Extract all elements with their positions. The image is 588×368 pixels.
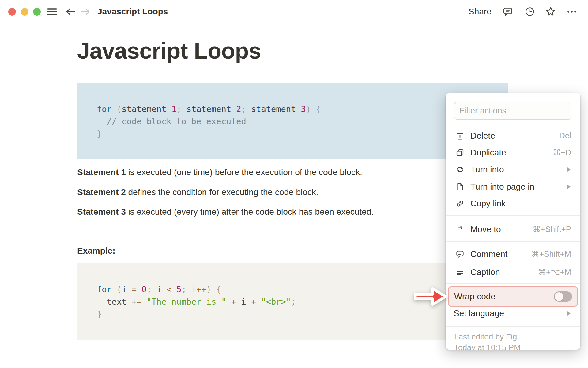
code-block-syntax: for (statement 1; statement 2; statement… <box>77 83 508 159</box>
forward-arrow-icon[interactable] <box>80 6 91 17</box>
code-line: for (i = 0; i < 5; i++) { <box>97 283 496 296</box>
paragraph-text: defines the condition for executing the … <box>126 187 318 197</box>
menu-item-label: Turn into page in <box>470 182 534 192</box>
code-line: for (statement 1; statement 2; statement… <box>97 103 496 115</box>
menu-shortcut: Del <box>559 131 571 140</box>
menu-divider <box>446 326 580 327</box>
menu-item-set-language[interactable]: Set language <box>446 305 580 322</box>
menu-item-label: Move to <box>470 224 501 234</box>
example-label: Example: <box>77 246 115 256</box>
page-icon <box>455 182 465 191</box>
app-window: Javascript Loops Share Javascript Loops … <box>0 0 588 368</box>
menu-shortcut: ⌘+⌥+M <box>538 267 571 277</box>
paragraph-statement-1: Statement 1 is executed (one time) befor… <box>77 167 362 178</box>
code-line: text += "The number is " + i + "<br>"; <box>97 296 496 308</box>
menu-item-label: Caption <box>470 267 500 277</box>
menu-item-label: Delete <box>470 131 495 141</box>
submenu-chevron-icon <box>567 311 571 316</box>
traffic-light-zoom-button[interactable] <box>33 8 41 16</box>
menu-item-label: Turn into <box>470 165 504 174</box>
menu-item-duplicate[interactable]: Duplicate ⌘+D <box>446 144 580 161</box>
move-to-arrow-icon <box>455 225 465 234</box>
comment-icon <box>455 250 465 259</box>
toggle-knob <box>555 292 563 301</box>
menu-divider <box>446 283 580 284</box>
traffic-light-close-button[interactable] <box>8 8 16 16</box>
menu-item-caption[interactable]: Caption ⌘+⌥+M <box>446 264 580 281</box>
duplicate-icon <box>455 148 465 157</box>
paragraph-statement-2: Statement 2 defines the condition for ex… <box>77 187 318 197</box>
back-arrow-icon[interactable] <box>65 6 76 17</box>
code-line: } <box>97 128 496 140</box>
wrap-code-toggle[interactable] <box>554 291 572 302</box>
menu-item-label: Wrap code <box>454 292 496 301</box>
history-clock-icon[interactable] <box>524 6 535 17</box>
paragraph-statement-3: Statement 3 is executed (every time) aft… <box>77 207 374 217</box>
code-line: } <box>97 308 496 320</box>
menu-shortcut: ⌘+Shift+M <box>531 249 571 259</box>
menu-item-label: Comment <box>470 249 507 259</box>
menu-item-turn-into-page-in[interactable]: Turn into page in <box>446 178 580 195</box>
traffic-light-minimize-button[interactable] <box>21 8 28 16</box>
filter-actions-input[interactable] <box>454 102 571 120</box>
paragraph-text: is executed (one time) before the execut… <box>126 167 362 177</box>
menu-item-turn-into[interactable]: Turn into <box>446 161 580 178</box>
link-icon <box>455 199 465 208</box>
menu-item-label: Copy link <box>470 199 506 209</box>
menu-item-label: Duplicate <box>470 148 506 158</box>
page-title: Javascript Loops <box>77 37 261 64</box>
hamburger-icon[interactable] <box>47 6 58 17</box>
menu-item-wrap-code[interactable]: Wrap code <box>448 286 578 307</box>
bold-text: Statement 3 <box>77 207 126 217</box>
menu-shortcut: ⌘+D <box>553 148 571 157</box>
bold-text: Statement 2 <box>77 187 126 197</box>
menu-item-comment[interactable]: Comment ⌘+Shift+M <box>446 246 580 263</box>
titlebar-document-title: Javascript Loops <box>97 7 168 17</box>
caption-lines-icon <box>455 268 465 277</box>
code-line: // code block to be executed <box>97 115 496 128</box>
more-ellipsis-icon[interactable] <box>566 6 577 17</box>
paragraph-text: is executed (every time) after the code … <box>126 207 374 217</box>
menu-item-copy-link[interactable]: Copy link <box>446 195 580 212</box>
bold-text: Statement 1 <box>77 167 126 177</box>
last-edited-time: Today at 10:15 PM <box>454 343 521 350</box>
submenu-chevron-icon <box>567 167 571 172</box>
menu-item-move-to[interactable]: Move to ⌘+Shift+P <box>446 221 580 238</box>
comment-icon[interactable] <box>502 6 513 17</box>
last-edited-by: Last edited by Fig <box>454 332 517 342</box>
turn-into-cycle-icon <box>455 165 465 174</box>
share-button[interactable]: Share <box>469 7 492 17</box>
menu-divider <box>446 215 580 216</box>
menu-item-delete[interactable]: Delete Del <box>446 127 580 144</box>
menu-shortcut: ⌘+Shift+P <box>533 224 571 234</box>
star-icon[interactable] <box>545 6 556 17</box>
menu-divider <box>446 241 580 242</box>
submenu-chevron-icon <box>567 184 571 190</box>
code-block-example: for (i = 0; i < 5; i++) { text += "The n… <box>77 263 508 340</box>
block-context-menu: Delete Del Duplicate ⌘+D Turn into Turn … <box>446 93 580 350</box>
trash-icon <box>455 131 465 140</box>
menu-item-label: Set language <box>454 309 504 318</box>
title-bar: Javascript Loops Share <box>0 0 588 23</box>
